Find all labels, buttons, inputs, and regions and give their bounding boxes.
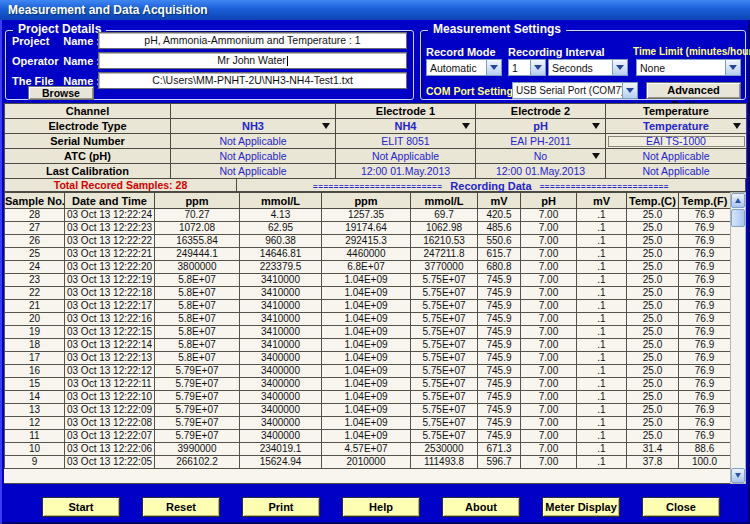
about-button[interactable]: About xyxy=(442,497,520,517)
table-row[interactable]: 1903 Oct 13 12:22:155.8E+0734100001.04E+… xyxy=(5,326,731,339)
cell: 671.3 xyxy=(478,443,521,456)
title-bar[interactable]: Measurement and Data Acquisition xyxy=(0,0,750,20)
atc-select[interactable]: No xyxy=(476,149,606,164)
chevron-down-icon[interactable] xyxy=(622,83,637,98)
scroll-down-icon[interactable] xyxy=(731,468,745,483)
cell: 5.8E+07 xyxy=(155,274,240,287)
dropdown-arrow-icon[interactable] xyxy=(733,123,741,129)
help-button[interactable]: Help xyxy=(342,497,420,517)
dropdown-arrow-icon[interactable] xyxy=(462,123,470,129)
table-row[interactable]: 903 Oct 13 12:22:05266102.215624.9420100… xyxy=(5,456,731,469)
cell: 2010000 xyxy=(322,456,411,469)
cell: .1 xyxy=(577,456,627,469)
time-limit-select[interactable]: None xyxy=(636,59,741,76)
cell: 03 Oct 13 12:22:07 xyxy=(65,430,155,443)
chevron-down-icon[interactable] xyxy=(612,60,627,75)
cell: 76.9 xyxy=(679,222,731,235)
cell: 25.0 xyxy=(627,417,679,430)
time-limit-label: Time Limit (minutes/hours) xyxy=(633,46,750,57)
interval-value-select[interactable]: 1 xyxy=(508,59,546,76)
cell: 7.00 xyxy=(521,222,577,235)
cell: 25.0 xyxy=(627,235,679,248)
recording-table-body: 2803 Oct 13 12:22:2470.274.131257.3569.7… xyxy=(5,209,731,469)
atc-cell: Not Applicable xyxy=(171,149,336,164)
operator-name-input[interactable]: Mr John Water xyxy=(98,52,407,69)
table-row[interactable]: 2503 Oct 13 12:22:21249444.114646.814460… xyxy=(5,248,731,261)
browse-button[interactable]: Browse xyxy=(28,86,94,100)
table-row[interactable]: 1403 Oct 13 12:22:105.79E+0734000001.04E… xyxy=(5,391,731,404)
table-row[interactable]: 1103 Oct 13 12:22:075.79E+0734000001.04E… xyxy=(5,430,731,443)
cell: 7.00 xyxy=(521,339,577,352)
cell: 3990000 xyxy=(155,443,240,456)
chevron-down-icon[interactable] xyxy=(486,60,501,75)
cell: 7.00 xyxy=(521,326,577,339)
table-row[interactable]: 2603 Oct 13 12:22:2216355.84960.38292415… xyxy=(5,235,731,248)
table-row[interactable]: 1603 Oct 13 12:22:125.79E+0734000001.04E… xyxy=(5,365,731,378)
com-port-select[interactable]: USB Serial Port (COM7) xyxy=(512,82,638,99)
channel-header: Temperature xyxy=(606,104,747,119)
advanced-settings-button[interactable]: Advanced Settings xyxy=(646,82,741,99)
start-button[interactable]: Start xyxy=(42,497,120,517)
cell: 266102.2 xyxy=(155,456,240,469)
table-row[interactable]: 2703 Oct 13 12:22:231072.0862.9519174.64… xyxy=(5,222,731,235)
channel-header: Channel xyxy=(5,104,171,119)
project-details-title: Project Details xyxy=(13,22,106,36)
cell: 25.0 xyxy=(627,365,679,378)
cell: 27 xyxy=(5,222,65,235)
table-row[interactable]: 2803 Oct 13 12:22:2470.274.131257.3569.7… xyxy=(5,209,731,222)
table-row[interactable]: 1703 Oct 13 12:22:135.8E+0734000001.04E+… xyxy=(5,352,731,365)
table-row[interactable]: 2103 Oct 13 12:22:175.8E+0734100001.04E+… xyxy=(5,300,731,313)
table-row[interactable]: 1303 Oct 13 12:22:095.79E+0734000001.04E… xyxy=(5,404,731,417)
table-row[interactable]: 2303 Oct 13 12:22:195.8E+0734100001.04E+… xyxy=(5,274,731,287)
table-row[interactable]: 2203 Oct 13 12:22:185.8E+0734100001.04E+… xyxy=(5,287,731,300)
cell: 03 Oct 13 12:22:24 xyxy=(65,209,155,222)
file-name-input[interactable]: C:\Users\MM-PNHT-2U\NH3-NH4-Test1.txt xyxy=(98,72,407,89)
cell: 5.79E+07 xyxy=(155,404,240,417)
dropdown-arrow-icon[interactable] xyxy=(592,123,600,129)
table-row[interactable]: 1203 Oct 13 12:22:085.79E+0734000001.04E… xyxy=(5,417,731,430)
meter-display-button[interactable]: Meter Display xyxy=(542,497,620,517)
table-row[interactable]: 2403 Oct 13 12:22:203800000223379.56.8E+… xyxy=(5,261,731,274)
col-header: Temp.(C) xyxy=(627,193,679,209)
recording-interval-label: Recording Interval xyxy=(508,46,605,58)
recording-data-separator: =========================Recording Data=… xyxy=(237,179,745,191)
serial-number-cell: ELIT 8051 xyxy=(336,134,476,149)
scrollbar-thumb[interactable] xyxy=(731,209,745,227)
col-header: Date and Time xyxy=(65,193,155,209)
electrode-type-temp-select[interactable]: Temperature xyxy=(606,119,747,134)
cell: 1.04E+09 xyxy=(322,391,411,404)
channel-header: Electrode 2 xyxy=(476,104,606,119)
cell: 5.75E+07 xyxy=(411,339,478,352)
interval-unit-select[interactable]: Seconds xyxy=(548,59,628,76)
cell: 76.9 xyxy=(679,326,731,339)
electrode-type-ch-select[interactable]: NH3 xyxy=(171,119,336,134)
table-row[interactable]: 2003 Oct 13 12:22:165.8E+0734100001.04E+… xyxy=(5,313,731,326)
chevron-down-icon[interactable] xyxy=(530,60,545,75)
scroll-up-icon[interactable] xyxy=(731,193,745,208)
record-mode-select[interactable]: Automatic xyxy=(426,59,502,76)
table-row[interactable]: 1803 Oct 13 12:22:145.8E+0734100001.04E+… xyxy=(5,339,731,352)
print-button[interactable]: Print xyxy=(242,497,320,517)
channel-header-row: Channel Electrode 1 Electrode 2 Temperat… xyxy=(5,104,747,119)
cell: 4460000 xyxy=(322,248,411,261)
chevron-down-icon[interactable] xyxy=(725,60,740,75)
reset-button[interactable]: Reset xyxy=(142,497,220,517)
electrode-type-e2-select[interactable]: pH xyxy=(476,119,606,134)
channel-header: Electrode 1 xyxy=(336,104,476,119)
cell: 25.0 xyxy=(627,339,679,352)
electrode-type-e1-select[interactable]: NH4 xyxy=(336,119,476,134)
table-row[interactable]: 1003 Oct 13 12:22:063990000234019.14.57E… xyxy=(5,443,731,456)
cell: 7.00 xyxy=(521,300,577,313)
dropdown-arrow-icon[interactable] xyxy=(592,153,600,159)
row-label: Electrode Type xyxy=(5,119,171,134)
close-button[interactable]: Close xyxy=(642,497,720,517)
serial-number-cell-focused[interactable]: EAI TS-1000 xyxy=(606,134,747,149)
project-name-input[interactable]: pH, Ammonia-Ammonium and Temperature : 1 xyxy=(98,32,407,49)
dropdown-arrow-icon[interactable] xyxy=(322,123,330,129)
cell: 76.9 xyxy=(679,313,731,326)
cell: 03 Oct 13 12:22:16 xyxy=(65,313,155,326)
cell: 25.0 xyxy=(627,300,679,313)
table-row[interactable]: 1503 Oct 13 12:22:115.79E+0734000001.04E… xyxy=(5,378,731,391)
vertical-scrollbar[interactable] xyxy=(730,192,746,484)
cell: 5.75E+07 xyxy=(411,352,478,365)
